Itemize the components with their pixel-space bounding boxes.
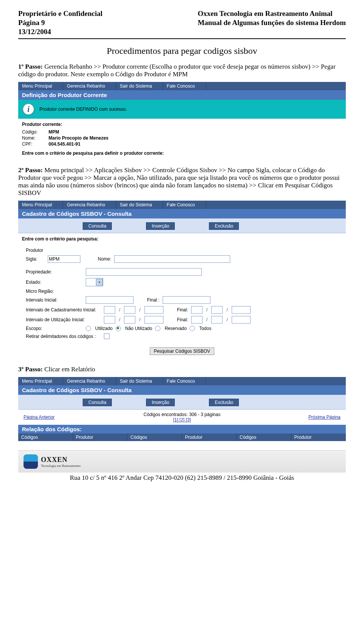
radio-todos[interactable] bbox=[190, 326, 195, 331]
doc-footer: OXXEN Tecnologia em Rastreamento Rua 10 … bbox=[18, 450, 346, 485]
retirar-label: Retirar delimitadores dos códigos : bbox=[26, 334, 101, 339]
logo-subtitle: Tecnologia em Rastreamento bbox=[41, 464, 81, 468]
menu-sair-2[interactable]: Sair do Sistema bbox=[116, 201, 163, 209]
pager: Página Anterior Códigos encontrados: 306… bbox=[18, 410, 346, 425]
menubar-3: Menu Principal Gerencia Rebanho Sair do … bbox=[18, 377, 346, 385]
criteria-label-1: Entre com o critério de pesquisa para de… bbox=[22, 151, 342, 156]
nome-label: Nome: bbox=[22, 135, 49, 141]
passo3-lead: 3º Passo: bbox=[18, 366, 43, 373]
util-ini-m[interactable] bbox=[124, 316, 135, 324]
doc-title: Procedimentos para pegar codigos sisbov bbox=[18, 46, 346, 56]
header-confidential: Proprietário e Confidencial bbox=[18, 9, 102, 18]
tab-exclusao[interactable]: Exclusão bbox=[209, 222, 239, 230]
menu-sair-3[interactable]: Sair do Sistema bbox=[116, 377, 163, 385]
util-ini-d[interactable] bbox=[104, 316, 115, 324]
menu-fale-conosco-2[interactable]: Fale Conosco bbox=[163, 201, 206, 209]
cad-ini-d[interactable] bbox=[104, 306, 115, 314]
retirar-checkbox[interactable] bbox=[104, 333, 110, 339]
success-banner: i Produtor corrente DEFINIDO com sucesso… bbox=[18, 100, 346, 119]
menu-principal-2[interactable]: Menu Principal bbox=[18, 201, 63, 209]
codigo-value: MPM bbox=[49, 129, 59, 135]
util-fin-d[interactable] bbox=[191, 316, 202, 324]
intervalo-inicial-input[interactable] bbox=[86, 296, 133, 304]
menubar-1: Menu Principal Gerencia Rebanho Sair do … bbox=[18, 82, 346, 90]
sigla-label: Sigla: bbox=[26, 256, 45, 262]
passo1-text: Gerencia Rebanho >> Produtor corrente (E… bbox=[18, 63, 336, 78]
logo-name: OXXEN bbox=[41, 456, 81, 464]
menu-gerencia-rebanho[interactable]: Gerencia Rebanho bbox=[63, 82, 116, 90]
propriedade-input[interactable] bbox=[86, 268, 202, 276]
oxxen-logo: OXXEN Tecnologia em Rastreamento bbox=[24, 454, 81, 469]
menu-fale-conosco[interactable]: Fale Conosco bbox=[163, 82, 206, 90]
header-manual: Manual de Algumas funções do sistema Her… bbox=[198, 18, 346, 27]
radio-nao-utilizado[interactable] bbox=[116, 326, 121, 331]
intervalo-final-input[interactable] bbox=[163, 296, 210, 304]
footer-address: Rua 10 c/ 5 nº 416 2º Andar Cep 74120-02… bbox=[18, 473, 346, 485]
relacao-title: Relação dos Códigos: bbox=[18, 425, 346, 434]
cad-fin-m[interactable] bbox=[211, 306, 223, 314]
opt-nao-utilizado: Não Utilizado bbox=[125, 326, 152, 331]
menu-principal[interactable]: Menu Principal bbox=[18, 82, 63, 90]
titlebar-1: Definição do Produtor Corrente bbox=[18, 90, 346, 100]
cad-inicial-label: Intervalo de Cadastramento Inicial: bbox=[26, 307, 101, 313]
passo2: 2º Passo: Menu principal >> Aplicações S… bbox=[18, 166, 346, 197]
screenshot-3: Menu Principal Gerencia Rebanho Sair do … bbox=[18, 377, 346, 441]
util-final-label: Final: bbox=[177, 317, 188, 322]
criteria-head: Entre com o critério para pesquisa: bbox=[18, 233, 346, 244]
passo2-text: Menu principal >> Aplicações Sisbov >> C… bbox=[18, 166, 340, 196]
next-page-link[interactable]: Próxima Página bbox=[308, 415, 340, 420]
cad-ini-y[interactable] bbox=[144, 306, 163, 314]
menu-gerencia-rebanho-3[interactable]: Gerencia Rebanho bbox=[63, 377, 116, 385]
cad-fin-y[interactable] bbox=[232, 306, 251, 314]
tab-consulta-3[interactable]: Consulta bbox=[83, 399, 112, 406]
radio-utilizado[interactable] bbox=[86, 326, 91, 331]
header-company: Oxxen Tecnologia em Rastreamento Animal bbox=[198, 9, 346, 18]
menu-fale-conosco-3[interactable]: Fale Conosco bbox=[163, 377, 206, 385]
tab-insercao[interactable]: Inserção bbox=[146, 222, 175, 230]
radio-reservado[interactable] bbox=[155, 326, 160, 331]
page-links[interactable]: [1] [2] [3] bbox=[173, 417, 191, 423]
intervalo-inicial-label: Intervalo Inicial: bbox=[26, 297, 83, 303]
tab-insercao-3[interactable]: Inserção bbox=[146, 399, 175, 406]
util-fin-m[interactable] bbox=[211, 316, 223, 324]
passo1-lead: 1º Passo: bbox=[18, 63, 43, 70]
col-produtor-1: Produtor bbox=[73, 434, 127, 441]
pesquisar-button[interactable]: Pesquisar Códigos SISBOV bbox=[150, 347, 215, 355]
col-produtor-2: Produtor bbox=[182, 434, 237, 441]
codigo-label: Código: bbox=[22, 129, 49, 135]
cpf-value: 004.545.401-91 bbox=[49, 141, 80, 147]
tab-consulta[interactable]: Consulta bbox=[83, 222, 112, 230]
prev-page-link[interactable]: Página Anterior bbox=[24, 415, 55, 420]
codigos-count: Códigos encontrados: 306 - 3 páginas bbox=[144, 412, 221, 417]
doc-header: Proprietário e Confidencial Página 9 13/… bbox=[18, 9, 346, 36]
util-inicial-label: Intervalo de Utilização Inicial: bbox=[26, 317, 101, 322]
tab-exclusao-3[interactable]: Exclusão bbox=[209, 399, 239, 406]
nome-label-2: Nome: bbox=[98, 256, 111, 262]
header-date: 13/12/2004 bbox=[18, 27, 102, 36]
menu-gerencia-rebanho-2[interactable]: Gerencia Rebanho bbox=[63, 201, 116, 209]
opt-utilizado: Utilizado bbox=[95, 326, 113, 331]
col-codigos-1: Códigos bbox=[18, 434, 73, 441]
estado-select[interactable]: ▾ bbox=[86, 278, 103, 286]
success-msg: Produtor corrente DEFINIDO com sucesso. bbox=[39, 107, 127, 112]
header-divider bbox=[18, 38, 346, 39]
opt-reservado: Reservado bbox=[165, 326, 187, 331]
col-produtor-3: Produtor bbox=[291, 434, 346, 441]
menu-sair[interactable]: Sair do Sistema bbox=[116, 82, 163, 90]
nome-input[interactable] bbox=[114, 255, 230, 263]
menubar-2: Menu Principal Gerencia Rebanho Sair do … bbox=[18, 201, 346, 209]
util-ini-y[interactable] bbox=[144, 316, 163, 324]
cad-final-label: Final: bbox=[177, 307, 188, 313]
tabbar-3: Consulta Inserção Exclusão bbox=[18, 395, 346, 410]
cad-fin-d[interactable] bbox=[191, 306, 202, 314]
util-fin-y[interactable] bbox=[232, 316, 251, 324]
micro-regiao-label: Micro Região: bbox=[26, 289, 83, 294]
header-page: Página 9 bbox=[18, 18, 102, 27]
propriedade-label: Propriedade: bbox=[26, 269, 83, 275]
sigla-input[interactable] bbox=[48, 255, 80, 263]
titlebar-2: Cadastro de Códigos SISBOV - Consulta bbox=[18, 209, 346, 218]
menu-principal-3[interactable]: Menu Principal bbox=[18, 377, 63, 385]
cad-ini-m[interactable] bbox=[124, 306, 135, 314]
produtor-label: Produtor bbox=[26, 248, 83, 253]
screenshot-1: Menu Principal Gerencia Rebanho Sair do … bbox=[18, 82, 346, 160]
